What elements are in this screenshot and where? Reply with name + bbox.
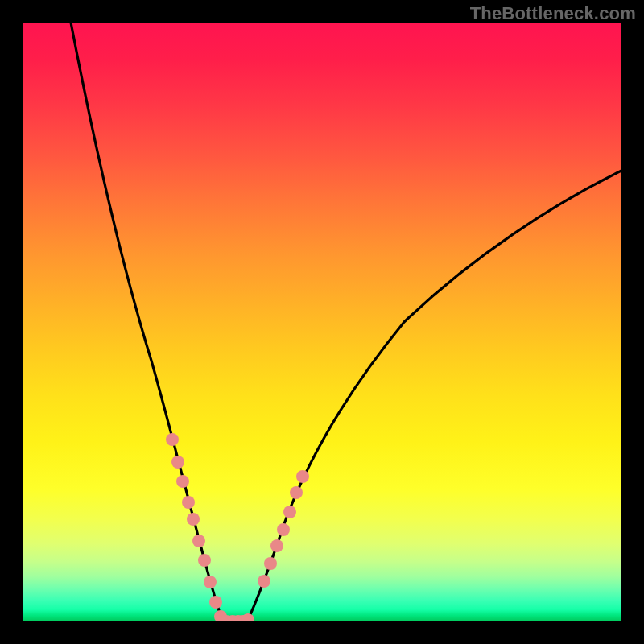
- marker-dot: [204, 576, 217, 588]
- marker-dot: [187, 513, 200, 526]
- marker-dot: [296, 470, 309, 483]
- curve-left-branch: [71, 23, 222, 620]
- marker-dot: [171, 456, 184, 469]
- marker-dot: [198, 554, 211, 567]
- marker-dot: [242, 613, 254, 621]
- marker-dot: [277, 523, 290, 536]
- marker-dot: [192, 535, 205, 547]
- curve-right-branch: [248, 171, 621, 620]
- watermark-text: TheBottleneck.com: [470, 3, 636, 24]
- marker-dot: [283, 506, 296, 518]
- marker-dot: [270, 539, 283, 552]
- marker-dot: [258, 575, 270, 588]
- marker-dot: [290, 486, 303, 499]
- marker-dot: [176, 475, 189, 488]
- marker-dot: [182, 496, 195, 509]
- marker-dot: [166, 433, 179, 446]
- marker-dot: [264, 557, 277, 570]
- marker-dot: [209, 596, 222, 609]
- bottleneck-curve-svg: [23, 23, 621, 621]
